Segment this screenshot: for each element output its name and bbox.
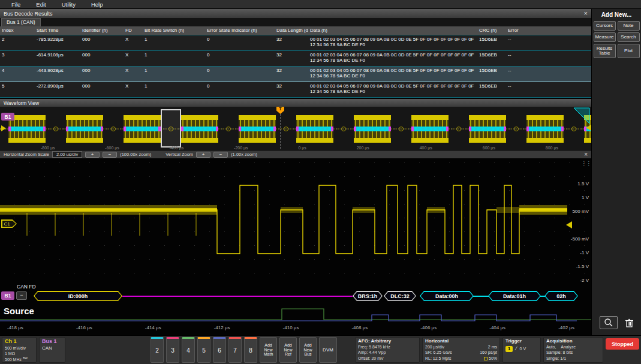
- zoom-controls-bar: Horizontal Zoom Scale 2.00 us/div + − (1…: [0, 151, 591, 159]
- overview-time-label: 600 µs: [483, 146, 495, 150]
- close-icon[interactable]: ×: [584, 10, 588, 17]
- h-zoom-factor: (100.00x zoom): [120, 152, 151, 157]
- search-button[interactable]: Search: [618, 32, 640, 42]
- afg-panel[interactable]: AFG: Arbitrary Freq: 5.8476 kHz Amp: 4.4…: [355, 337, 420, 363]
- table-cell: 000: [80, 67, 124, 82]
- trigger-panel[interactable]: Trigger 1 ∕ 0 V: [502, 337, 541, 363]
- horizontal-panel[interactable]: Horizontal 200 µs/div 2 ms SR: 6.25 GS/s…: [422, 337, 500, 363]
- table-cell: 00 01 02 03 04 05 06 07 08 09 0A 0B 0C 0…: [308, 51, 477, 67]
- decode-field-id[interactable]: ID:000h: [34, 291, 122, 301]
- zoom-overview-button[interactable]: [600, 316, 618, 329]
- bus1-settings-badge[interactable]: Bus 1 CAN: [39, 337, 65, 363]
- dvm-button[interactable]: DVM: [319, 337, 337, 363]
- trigger-title: Trigger: [505, 338, 538, 344]
- waveform-graticule[interactable]: 1.5 V 1 V 500 mV -500 mV -1 V -1.5 V -2 …: [0, 159, 591, 284]
- col-fd[interactable]: FD: [124, 26, 143, 35]
- col-crc[interactable]: CRC (h): [477, 26, 506, 35]
- decode-field-id-label: ID:000h: [34, 291, 122, 301]
- table-row[interactable]: 2 -785.9228µs 000 X 1 0 32 00 01 02 03 0…: [0, 35, 591, 51]
- time-axis-label: -402 µs: [558, 325, 574, 335]
- delete-button[interactable]: [625, 316, 634, 329]
- bus1-badge[interactable]: B1: [1, 291, 14, 300]
- time-axis-label: -406 µs: [420, 325, 437, 335]
- horizontal-sr: SR: 6.25 GS/s: [425, 350, 452, 355]
- table-row-selected[interactable]: 4 -443.9028µs 000 X 1 0 32 00 01 02 03 0…: [0, 67, 591, 82]
- decode-field-dlc[interactable]: DLC:32: [384, 291, 416, 301]
- table-cell: 15D6EB: [477, 82, 506, 98]
- v-zoom-minus-button[interactable]: −: [213, 152, 228, 158]
- col-data[interactable]: Data (h): [308, 26, 477, 35]
- ch1-ground-marker-icon[interactable]: [566, 221, 572, 228]
- menu-help[interactable]: Help: [83, 1, 111, 8]
- col-bit-rate-switch[interactable]: Bit Rate Switch (h): [143, 26, 205, 35]
- menu-edit[interactable]: Edit: [28, 1, 53, 8]
- plot-button[interactable]: Plot: [618, 44, 640, 58]
- table-row[interactable]: 3 -614.9108µs 000 X 1 0 32 00 01 02 03 0…: [0, 51, 591, 67]
- decode-panel-title: Bus Decode Results: [4, 11, 53, 17]
- v-zoom-plus-button[interactable]: +: [196, 152, 210, 158]
- pan-zoom-corner-icon[interactable]: [572, 107, 590, 124]
- decode-field-data0[interactable]: Data:00h: [420, 291, 474, 301]
- horizontal-scale: 200 µs/div: [425, 344, 444, 350]
- overview-time-label: 400 µs: [420, 146, 432, 150]
- channel-6-button[interactable]: 6: [213, 337, 226, 363]
- waveform-view-titlebar: Waveform View: [0, 99, 591, 107]
- channel-7-button[interactable]: 7: [228, 337, 242, 363]
- channel-2-button[interactable]: 2: [151, 337, 164, 363]
- menu-utility[interactable]: Utility: [54, 1, 83, 8]
- overview-time-label: -800 µs: [41, 146, 55, 150]
- col-index[interactable]: Index: [0, 26, 35, 35]
- ch1-label: Ch 1: [5, 338, 34, 345]
- ch1-settings-badge[interactable]: Ch 1 500 mV/div 1 MΩ 500 MHz BW: [2, 337, 37, 363]
- table-cell: 15D6EB: [477, 35, 506, 51]
- add-new-sidebar: Add New... Cursors Note Measure Search R…: [591, 9, 641, 335]
- waveform-overview-strip[interactable]: B1 T -800 µs -600 µs -400 µs -200 µs 0 µ…: [0, 107, 591, 151]
- add-new-bus-button[interactable]: Add New Bus: [299, 337, 317, 363]
- add-new-ref-button[interactable]: Add New Ref: [279, 337, 297, 363]
- channel-5-button[interactable]: 5: [197, 337, 210, 363]
- col-error[interactable]: Error: [506, 26, 591, 35]
- stopped-button[interactable]: Stopped: [606, 338, 639, 350]
- acquisition-title: Acquisition: [546, 338, 600, 344]
- col-data-length[interactable]: Data Length (d): [275, 26, 308, 35]
- note-button[interactable]: Note: [618, 21, 640, 31]
- collapse-bus-button[interactable]: −: [16, 291, 27, 300]
- position-icon: [484, 357, 487, 360]
- channel-4-button[interactable]: 4: [182, 337, 195, 363]
- bus1-label: Bus 1: [42, 338, 62, 345]
- decode-field-brs[interactable]: BRS:1h: [353, 291, 383, 301]
- acquisition-sample: Sample: 8 bits: [546, 350, 600, 355]
- table-cell: X: [124, 51, 143, 67]
- add-new-math-button[interactable]: Add New Math: [260, 337, 277, 363]
- can-fd-decode-track: CAN FD B1 − ID:000h BRS:1h DLC:32: [0, 284, 591, 302]
- acquisition-panel[interactable]: Acquisition Auto, Analyze Sample: 8 bits…: [543, 337, 603, 363]
- grip-dots-icon[interactable]: ⋮⋮: [581, 161, 591, 166]
- channel-8-button[interactable]: 8: [244, 337, 257, 363]
- v-zoom-factor: (1.00x zoom): [231, 152, 257, 157]
- bus1-strip-badge[interactable]: B1: [1, 113, 14, 121]
- decode-field-data2[interactable]: 02h: [544, 291, 578, 301]
- measure-button[interactable]: Measure: [594, 32, 616, 42]
- zoom-window-selector[interactable]: [161, 109, 181, 148]
- decode-field-brs-label: BRS:1h: [353, 291, 383, 301]
- h-zoom-scale-value[interactable]: 2.00 us/div: [52, 151, 82, 158]
- h-zoom-minus-button[interactable]: −: [103, 152, 117, 158]
- table-row[interactable]: 5 -272.8908µs 000 X 1 0 32 00 01 02 03 0…: [0, 82, 591, 98]
- table-cell: 1: [143, 82, 205, 98]
- tab-bus1-can[interactable]: Bus 1 (CAN): [1, 18, 41, 26]
- results-table-button[interactable]: Results Table: [594, 44, 616, 58]
- cursors-button[interactable]: Cursors: [594, 21, 616, 31]
- table-cell: -614.9108µs: [35, 51, 80, 67]
- table-cell: 1: [143, 67, 205, 82]
- add-bus-line: New: [303, 348, 312, 353]
- col-start-time[interactable]: Start Time: [35, 26, 80, 35]
- col-identifier[interactable]: Identifier (h): [80, 26, 124, 35]
- col-error-state-indicator[interactable]: Error State Indicator (h): [205, 26, 275, 35]
- menu-file[interactable]: File: [4, 1, 28, 8]
- decode-field-data1[interactable]: Data:01h: [488, 291, 541, 301]
- close-icon[interactable]: ×: [584, 151, 588, 158]
- h-zoom-plus-button[interactable]: +: [85, 152, 100, 158]
- time-axis-label: -404 µs: [489, 325, 505, 335]
- zoom-detail-view[interactable]: 1.5 V 1 V 500 mV -500 mV -1 V -1.5 V -2 …: [0, 159, 591, 335]
- channel-3-button[interactable]: 3: [166, 337, 179, 363]
